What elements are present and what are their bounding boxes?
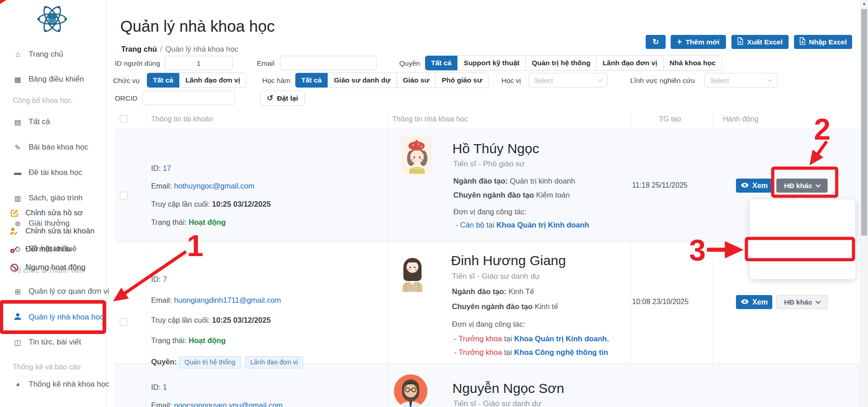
filter-userid-input[interactable] bbox=[165, 56, 233, 70]
sidebar-item-home[interactable]: ⌂Trang chủ bbox=[13, 50, 63, 59]
more-actions-button[interactable]: HĐ khác bbox=[776, 295, 828, 309]
role-link[interactable]: Trưởng khoa bbox=[459, 334, 502, 343]
hocham-option-gsdd[interactable]: Giáo sư danh dự bbox=[328, 73, 397, 87]
sidebar-item-dashboard[interactable]: ▦Bảng điều khiển bbox=[13, 75, 84, 84]
sidebar-item-articles[interactable]: ✎Bài báo khoa học bbox=[13, 143, 88, 152]
filter-chucvu-group: Tất cả Lãnh đạo đơn vị bbox=[147, 73, 246, 88]
quyen-option-all[interactable]: Tất cả bbox=[425, 56, 458, 70]
email-link[interactable]: hothuyngoc@gmail.com bbox=[174, 182, 254, 190]
breadcrumb-current: Quản lý nhà khoa học bbox=[165, 45, 238, 53]
id-link[interactable]: 1 bbox=[163, 383, 167, 391]
chucvu-option-all[interactable]: Tất cả bbox=[147, 73, 180, 87]
import-excel-button[interactable]: Nhập Excel bbox=[794, 35, 852, 49]
chevron-down-icon bbox=[815, 299, 820, 304]
unit-link[interactable]: Khoa Công nghệ thông tin bbox=[514, 348, 608, 356]
divider bbox=[388, 111, 388, 407]
quyen-option-leader[interactable]: Lãnh đạo đơn vị bbox=[597, 56, 663, 70]
sidebar-item-scientists[interactable]: Quản lý nhà khoa học bbox=[13, 312, 103, 322]
filter-orcid-input[interactable] bbox=[142, 91, 235, 105]
scientist-nganh: Ngành đào tạo: Kinh Tế bbox=[452, 287, 534, 296]
email-link[interactable]: ngocsonnguyen.vnu@gmail.com bbox=[174, 401, 283, 407]
refresh-button[interactable]: ↻ bbox=[646, 35, 666, 49]
unit-link[interactable]: Khoa Quản trị Kinh doanh bbox=[514, 334, 607, 343]
filter-email-label: Email bbox=[257, 56, 275, 71]
quyen-option-scientist[interactable]: Nhà khoa học bbox=[664, 56, 722, 70]
email-link[interactable]: huongiangdinh1711@gmail.com bbox=[174, 296, 281, 304]
view-button[interactable]: Xem bbox=[736, 179, 772, 193]
menu-item-edit-profile[interactable]: Chỉnh sửa hồ sơ bbox=[0, 204, 106, 222]
role-link[interactable]: Cán bộ bbox=[460, 221, 484, 229]
scientist-units-label: Đơn vị đang công tác: bbox=[452, 320, 525, 329]
reset-button[interactable]: ↺Đặt lại bbox=[260, 91, 305, 106]
sidebar-item-label: Thống kê nhà khoa học bbox=[29, 380, 109, 389]
add-new-button[interactable]: +Thêm mới bbox=[671, 35, 726, 49]
export-excel-button[interactable]: Xuất Excel bbox=[731, 35, 789, 49]
row-status: Trạng thái: Hoạt động bbox=[151, 336, 226, 345]
scrollbar-thumb[interactable] bbox=[861, 9, 867, 236]
scientist-units-label: Đơn vị đang công tác: bbox=[453, 208, 526, 216]
status-badge: Hoạt động bbox=[189, 218, 226, 226]
menu-item-change-password[interactable]: Đổi mật khẩu bbox=[0, 240, 106, 258]
quyen-option-admin[interactable]: Quản trị hệ thống bbox=[526, 56, 597, 70]
edit-icon bbox=[10, 209, 19, 218]
filter-hocvi-select[interactable]: Select bbox=[528, 73, 608, 87]
sidebar-item-all[interactable]: ▤Tất cả bbox=[13, 117, 50, 126]
row-checkbox[interactable] bbox=[120, 192, 128, 199]
divider bbox=[712, 111, 713, 407]
divider bbox=[115, 242, 860, 242]
scientist-degree: Tiến sĩ - Giáo sư danh dự bbox=[452, 272, 540, 281]
created-time: 11:18 25/11/2025 bbox=[632, 181, 687, 189]
scientist-name: Nguyễn Ngọc Sơn bbox=[452, 381, 564, 396]
row-id: ID: 7 bbox=[151, 275, 167, 284]
scrollbar-up-arrow[interactable]: ▲ bbox=[861, 0, 867, 7]
scientist-icon bbox=[13, 312, 23, 322]
more-actions-button[interactable]: HĐ khác bbox=[776, 179, 828, 193]
breadcrumb-home[interactable]: Trang chủ bbox=[121, 45, 157, 53]
id-link[interactable]: 17 bbox=[163, 164, 171, 172]
unit-link[interactable]: Khoa Quản trị Kinh doanh bbox=[496, 221, 589, 229]
scientist-degree: Tiến sĩ - Phó giáo sư bbox=[453, 160, 525, 169]
column-header-actions: Hành động bbox=[723, 115, 758, 123]
app-logo bbox=[37, 3, 67, 35]
sidebar-item-news[interactable]: ◫Tin tức, bài viết bbox=[13, 338, 81, 347]
id-link[interactable]: 7 bbox=[163, 275, 167, 283]
news-icon: ◫ bbox=[13, 338, 23, 347]
sidebar-item-projects[interactable]: ▬Đề tài khoa học bbox=[13, 168, 82, 177]
sidebar-item-label: Quản lý cơ quan đơn vị bbox=[29, 287, 109, 296]
quyen-option-support[interactable]: Support kỹ thuật bbox=[458, 56, 526, 70]
hocham-option-all[interactable]: Tất cả bbox=[295, 73, 328, 87]
sidebar-item-label: Đề tài khoa học bbox=[29, 168, 82, 177]
list-icon: ▤ bbox=[13, 118, 23, 126]
hocham-option-gs[interactable]: Giáo sư bbox=[397, 73, 436, 87]
hocham-option-pgs[interactable]: Phó giáo sư bbox=[436, 73, 488, 87]
sidebar-item-label: Sách, giáo trình bbox=[29, 194, 83, 203]
divider bbox=[115, 129, 860, 129]
scientist-name: Đinh Hương Giang bbox=[451, 253, 566, 268]
chevron-down-icon bbox=[815, 182, 820, 187]
sidebar-item-books[interactable]: ▥Sách, giáo trình bbox=[13, 194, 83, 203]
filter-orcid-label: ORCID bbox=[115, 91, 137, 106]
role-link[interactable]: Trưởng khoa bbox=[459, 348, 502, 356]
sidebar-item-org[interactable]: ⊞Quản lý cơ quan đơn vị bbox=[13, 287, 109, 296]
row-checkbox[interactable] bbox=[120, 318, 128, 326]
scientist-nganh: Ngành đào tạo: Quản trị kinh doanh bbox=[453, 177, 575, 185]
filter-linhvuc-select[interactable]: Select bbox=[704, 73, 778, 87]
sidebar-section-thongke: Thống kê và báo cáo bbox=[13, 363, 80, 371]
menu-item-deactivate[interactable]: Ngưng hoạt động bbox=[0, 258, 106, 276]
breadcrumb: Trang chủ/Quản lý nhà khoa học bbox=[121, 45, 238, 53]
chucvu-option-leader[interactable]: Lãnh đạo đơn vị bbox=[180, 73, 246, 87]
row-id: ID: 1 bbox=[151, 383, 167, 392]
row-last-access: Truy cập lần cuối: 10:25 03/12/2025 bbox=[151, 316, 271, 325]
select-all-checkbox[interactable] bbox=[120, 115, 128, 123]
scientist-chuyen: Chuyên ngành đào tạo Kiểm toán bbox=[453, 191, 570, 199]
scientist-unit-line: - Cán bộ tại Khoa Quản trị Kinh doanh bbox=[456, 221, 589, 229]
column-header-scientist: Thông tin nhà khoa học bbox=[392, 115, 468, 123]
view-button[interactable]: Xem bbox=[736, 295, 772, 309]
role-badge: Quản trị hệ thống bbox=[179, 356, 240, 368]
sidebar-item-stats[interactable]: ◕Thống kê nhà khoa học bbox=[13, 380, 109, 389]
menu-item-edit-account[interactable]: Chỉnh sửa tài khoản bbox=[0, 222, 106, 240]
row-roles: Quyền: Quản trị hệ thốngLãnh đạo đơn vị bbox=[151, 356, 307, 368]
ban-icon bbox=[10, 263, 19, 272]
filter-email-input[interactable] bbox=[280, 56, 377, 70]
scientist-degree: Tiến sĩ - Giáo sư danh dự bbox=[453, 399, 541, 407]
